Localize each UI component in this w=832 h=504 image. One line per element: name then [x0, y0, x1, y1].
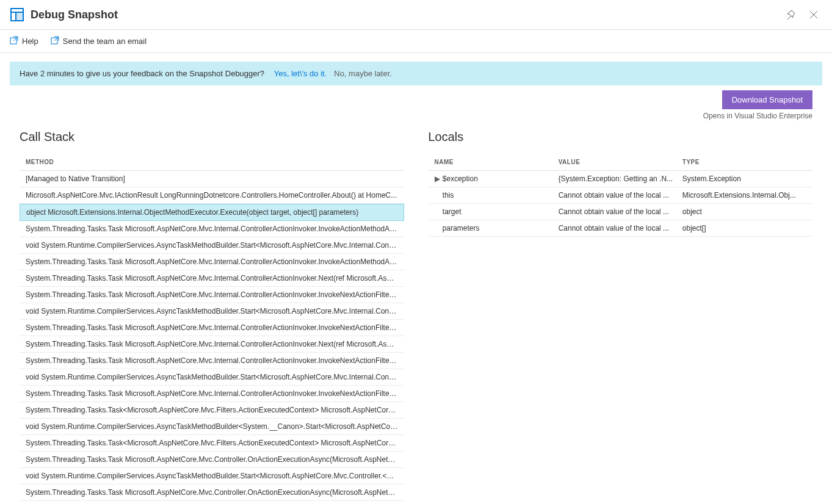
- feedback-accept-link[interactable]: Yes, let\'s do it.: [274, 69, 327, 78]
- callstack-row[interactable]: System.Threading.Tasks.Task Microsoft.As…: [20, 353, 404, 369]
- callstack-row[interactable]: object Microsoft.Extensions.Internal.Obj…: [20, 204, 404, 221]
- callstack-row[interactable]: System.Threading.Tasks.Task Microsoft.As…: [20, 336, 404, 353]
- callstack-row[interactable]: System.Threading.Tasks.Task<Microsoft.As…: [20, 402, 404, 419]
- callstack-row[interactable]: void System.Runtime.CompilerServices.Asy…: [20, 237, 404, 254]
- locals-name: target: [435, 207, 559, 216]
- callstack-row[interactable]: System.Threading.Tasks.Task Microsoft.As…: [20, 320, 404, 336]
- feedback-decline-link[interactable]: No, maybe later.: [334, 69, 392, 78]
- close-button[interactable]: [805, 6, 822, 23]
- feedback-bar: Have 2 minutes to give us your feedback …: [10, 62, 822, 85]
- locals-type: System.Exception: [682, 175, 806, 183]
- external-link-icon: [51, 36, 59, 46]
- help-label: Help: [22, 37, 38, 46]
- locals-value: {System.Exception: Getting an .N...: [559, 175, 682, 183]
- page-title: Debug Snapshot: [31, 9, 118, 21]
- callstack-row[interactable]: [Managed to Native Transition]: [20, 171, 404, 187]
- callstack-panel: Call Stack METHOD [Managed to Native Tra…: [20, 130, 404, 501]
- svg-rect-2: [12, 13, 15, 20]
- locals-panel: Locals NAME VALUE TYPE ▶ $exception{Syst…: [429, 130, 813, 501]
- locals-type: object: [682, 207, 806, 216]
- svg-rect-3: [16, 13, 23, 20]
- locals-name: parameters: [435, 224, 559, 232]
- locals-row[interactable]: parametersCannot obtain value of the loc…: [429, 220, 813, 237]
- callstack-row[interactable]: System.Threading.Tasks.Task<Microsoft.As…: [20, 435, 404, 452]
- callstack-row[interactable]: System.Threading.Tasks.Task Microsoft.As…: [20, 270, 404, 287]
- locals-row[interactable]: ▶ $exception{System.Exception: Getting a…: [429, 171, 813, 187]
- header: Debug Snapshot: [0, 0, 832, 30]
- callstack-row[interactable]: Microsoft.AspNetCore.Mvc.IActionResult L…: [20, 187, 404, 204]
- feedback-prompt: Have 2 minutes to give us your feedback …: [20, 69, 264, 78]
- locals-value: Cannot obtain value of the local ...: [559, 191, 682, 200]
- email-label: Send the team an email: [63, 37, 147, 46]
- callstack-row[interactable]: void System.Runtime.CompilerServices.Asy…: [20, 369, 404, 386]
- callstack-row[interactable]: void System.Runtime.CompilerServices.Asy…: [20, 303, 404, 320]
- svg-rect-1: [12, 9, 23, 12]
- callstack-col-method[interactable]: METHOD: [26, 159, 398, 165]
- locals-col-value[interactable]: VALUE: [559, 159, 682, 165]
- locals-name: this: [435, 191, 559, 200]
- app-icon: [10, 7, 24, 22]
- callstack-row[interactable]: void System.Runtime.CompilerServices.Asy…: [20, 419, 404, 435]
- download-note: Opens in Visual Studio Enterprise: [20, 112, 812, 120]
- download-area: Download Snapshot Opens in Visual Studio…: [0, 85, 832, 120]
- callstack-row[interactable]: System.Threading.Tasks.Task Microsoft.As…: [20, 386, 404, 402]
- help-link[interactable]: Help: [10, 36, 38, 46]
- locals-col-type[interactable]: TYPE: [682, 159, 806, 165]
- locals-name: ▶ $exception: [435, 175, 559, 183]
- locals-title: Locals: [429, 130, 813, 144]
- locals-type: Microsoft.Extensions.Internal.Obj...: [682, 191, 806, 200]
- expand-arrow-icon[interactable]: ▶: [435, 175, 441, 183]
- callstack-list: [Managed to Native Transition]Microsoft.…: [20, 171, 404, 501]
- pin-button[interactable]: [782, 6, 799, 23]
- callstack-row[interactable]: System.Threading.Tasks.Task Microsoft.As…: [20, 452, 404, 468]
- locals-value: Cannot obtain value of the local ...: [559, 224, 682, 232]
- callstack-row[interactable]: void System.Runtime.CompilerServices.Asy…: [20, 468, 404, 484]
- locals-row[interactable]: targetCannot obtain value of the local .…: [429, 204, 813, 220]
- locals-list: ▶ $exception{System.Exception: Getting a…: [429, 171, 813, 237]
- locals-row[interactable]: thisCannot obtain value of the local ...…: [429, 187, 813, 204]
- download-snapshot-button[interactable]: Download Snapshot: [722, 90, 812, 109]
- email-link[interactable]: Send the team an email: [51, 36, 147, 46]
- locals-value: Cannot obtain value of the local ...: [559, 207, 682, 216]
- callstack-row[interactable]: System.Threading.Tasks.Task Microsoft.As…: [20, 221, 404, 237]
- callstack-row[interactable]: System.Threading.Tasks.Task Microsoft.As…: [20, 254, 404, 270]
- external-link-icon: [10, 36, 18, 46]
- locals-type: object[]: [682, 224, 806, 232]
- locals-col-name[interactable]: NAME: [435, 159, 559, 165]
- callstack-row[interactable]: System.Threading.Tasks.Task Microsoft.As…: [20, 484, 404, 501]
- callstack-title: Call Stack: [20, 130, 404, 144]
- callstack-row[interactable]: System.Threading.Tasks.Task Microsoft.As…: [20, 287, 404, 303]
- toolbar: Help Send the team an email: [0, 30, 832, 53]
